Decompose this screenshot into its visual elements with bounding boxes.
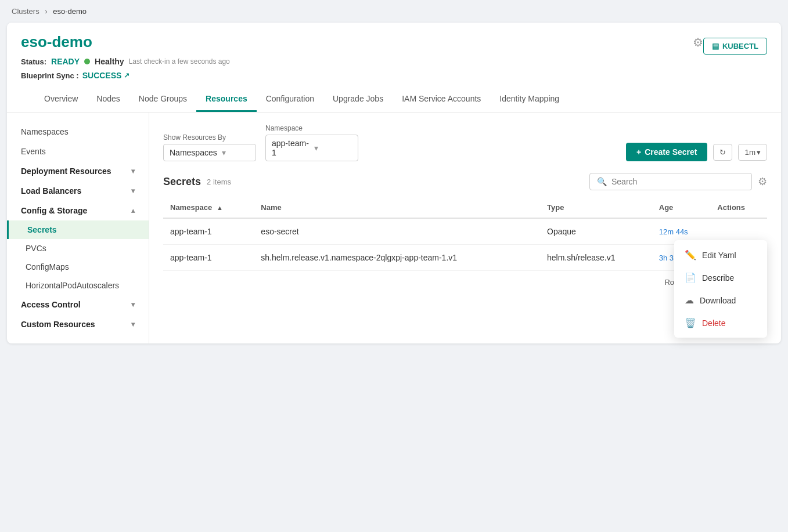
table-header: Namespace ▲ Name Type Age Actions xyxy=(163,197,767,218)
cell-type-0: Opaque xyxy=(540,218,652,245)
time-value: 1m xyxy=(744,148,755,157)
chevron-down-icon: ▾ xyxy=(314,143,352,153)
content-area: Namespaces Events Deployment Resources ▾… xyxy=(7,113,781,343)
col-namespace[interactable]: Namespace ▲ xyxy=(163,197,254,218)
cell-type-1: helm.sh/release.v1 xyxy=(540,245,652,271)
sidebar-group-access-control[interactable]: Access Control ▾ xyxy=(7,295,149,314)
health-indicator xyxy=(84,59,90,64)
namespace-group: Namespace app-team-1 ▾ xyxy=(265,124,358,161)
cell-namespace-1: app-team-1 xyxy=(163,245,254,271)
show-by-group: Show Resources By Namespaces ▾ xyxy=(163,133,256,161)
breadcrumb-separator: › xyxy=(45,7,47,16)
tab-configuration[interactable]: Configuration xyxy=(257,87,323,112)
namespace-label: Namespace xyxy=(265,124,358,132)
chevron-down-icon: ▾ xyxy=(131,167,135,175)
cluster-title: eso-demo xyxy=(21,33,92,51)
status-label: Status: xyxy=(21,57,46,66)
cell-name-0: eso-secret xyxy=(254,218,540,245)
breadcrumb: Clusters › eso-demo xyxy=(0,0,788,23)
namespace-value: app-team-1 xyxy=(272,139,310,157)
edit-icon: ✏️ xyxy=(685,249,696,260)
action-download[interactable]: ☁ Download xyxy=(674,289,767,312)
show-by-dropdown[interactable]: Namespaces ▾ xyxy=(163,144,256,161)
controls-row: Show Resources By Namespaces ▾ Namespace… xyxy=(163,124,767,161)
sidebar-item-pvcs[interactable]: PVCs xyxy=(7,239,149,258)
breadcrumb-parent[interactable]: Clusters xyxy=(12,7,39,16)
refresh-button[interactable]: ↻ xyxy=(713,144,732,161)
table-settings-icon[interactable]: ⚙ xyxy=(758,175,767,188)
blueprint-value[interactable]: SUCCESS ↗ xyxy=(82,71,130,80)
action-edit-yaml[interactable]: ✏️ Edit Yaml xyxy=(674,244,767,266)
sort-icon: ▲ xyxy=(217,204,223,211)
tab-overview[interactable]: Overview xyxy=(35,87,87,112)
tab-identity-mapping[interactable]: Identity Mapping xyxy=(490,87,568,112)
header-actions: ▤ KUBECTL xyxy=(703,33,767,55)
last-checkin: Last check-in a few seconds ago xyxy=(129,57,230,66)
status-value: READY xyxy=(51,57,80,66)
table-title: Secrets 2 items xyxy=(163,176,231,188)
settings-icon[interactable]: ⚙ xyxy=(693,35,703,49)
time-interval-button[interactable]: 1m ▾ xyxy=(738,144,767,161)
sidebar-group-config-storage-label: Config & Storage xyxy=(21,206,87,215)
sidebar-group-config-storage[interactable]: Config & Storage ▴ xyxy=(7,201,149,220)
sidebar-item-secrets[interactable]: Secrets xyxy=(7,220,149,239)
controls-right: + Create Secret ↻ 1m ▾ xyxy=(626,143,767,161)
kubectl-button[interactable]: ▤ KUBECTL xyxy=(703,38,767,55)
sidebar-group-load-balancers-label: Load Balancers xyxy=(21,186,81,196)
sidebar-group-custom-resources-label: Custom Resources xyxy=(21,320,95,329)
blueprint-label: Blueprint Sync : xyxy=(21,71,79,80)
show-by-value: Namespaces xyxy=(170,148,217,157)
header-meta: eso-demo ⚙ Status: READY Healthy Last ch… xyxy=(21,33,703,87)
age-link-0[interactable]: 12m 44s xyxy=(659,227,688,236)
tab-upgrade-jobs[interactable]: Upgrade Jobs xyxy=(323,87,393,112)
search-icon: 🔍 xyxy=(597,177,607,186)
chevron-down-icon: ▾ xyxy=(757,148,761,157)
blueprint-row: Blueprint Sync : SUCCESS ↗ xyxy=(21,71,703,80)
action-download-label: Download xyxy=(700,296,736,305)
chevron-up-icon: ▴ xyxy=(131,207,135,215)
search-box[interactable]: 🔍 xyxy=(589,173,752,190)
cluster-meta: Status: READY Healthy Last check-in a fe… xyxy=(21,57,703,66)
sidebar-item-events[interactable]: Events xyxy=(7,142,149,161)
search-input[interactable] xyxy=(611,177,744,186)
action-describe[interactable]: 📄 Describe xyxy=(674,266,767,289)
describe-icon: 📄 xyxy=(685,272,696,283)
namespace-dropdown[interactable]: app-team-1 ▾ xyxy=(265,135,358,161)
table-title-text: Secrets xyxy=(163,176,201,188)
plus-icon: + xyxy=(636,147,641,157)
sidebar-group-custom-resources[interactable]: Custom Resources ▾ xyxy=(7,314,149,334)
col-age[interactable]: Age xyxy=(652,197,711,218)
col-actions: Actions xyxy=(710,197,767,218)
sidebar-group-load-balancers[interactable]: Load Balancers ▾ xyxy=(7,181,149,201)
health-text: Healthy xyxy=(95,57,124,66)
refresh-icon: ↻ xyxy=(719,148,726,157)
chevron-down-icon: ▾ xyxy=(131,187,135,195)
action-delete-label: Delete xyxy=(702,319,725,328)
sidebar-group-deployment-resources[interactable]: Deployment Resources ▾ xyxy=(7,161,149,181)
delete-icon: 🗑️ xyxy=(685,317,696,328)
kubectl-label: KUBECTL xyxy=(722,42,758,50)
col-type[interactable]: Type xyxy=(540,197,652,218)
item-count: 2 items xyxy=(207,178,231,186)
tab-node-groups[interactable]: Node Groups xyxy=(129,87,196,112)
tab-iam-service-accounts[interactable]: IAM Service Accounts xyxy=(393,87,490,112)
kubectl-icon: ▤ xyxy=(712,42,719,50)
tab-nodes[interactable]: Nodes xyxy=(87,87,129,112)
chevron-down-icon: ▾ xyxy=(131,301,135,309)
sidebar: Namespaces Events Deployment Resources ▾… xyxy=(7,113,149,343)
create-secret-label: Create Secret xyxy=(645,147,697,157)
create-secret-button[interactable]: + Create Secret xyxy=(626,143,707,161)
chevron-down-icon: ▾ xyxy=(131,320,135,328)
status-row: Status: READY Healthy Last check-in a fe… xyxy=(21,57,230,66)
header-top: eso-demo ⚙ Status: READY Healthy Last ch… xyxy=(21,33,767,87)
sidebar-item-hpa[interactable]: HorizontalPodAutoscalers xyxy=(7,276,149,295)
col-name[interactable]: Name xyxy=(254,197,540,218)
main-content: Show Resources By Namespaces ▾ Namespace… xyxy=(149,113,781,343)
breadcrumb-current: eso-demo xyxy=(53,7,87,16)
action-delete[interactable]: 🗑️ Delete xyxy=(674,312,767,334)
blueprint-value-text: SUCCESS xyxy=(82,71,122,80)
tab-resources[interactable]: Resources xyxy=(196,87,257,112)
sidebar-item-namespaces[interactable]: Namespaces xyxy=(7,122,149,142)
chevron-down-icon: ▾ xyxy=(222,148,250,157)
sidebar-item-configmaps[interactable]: ConfigMaps xyxy=(7,258,149,276)
